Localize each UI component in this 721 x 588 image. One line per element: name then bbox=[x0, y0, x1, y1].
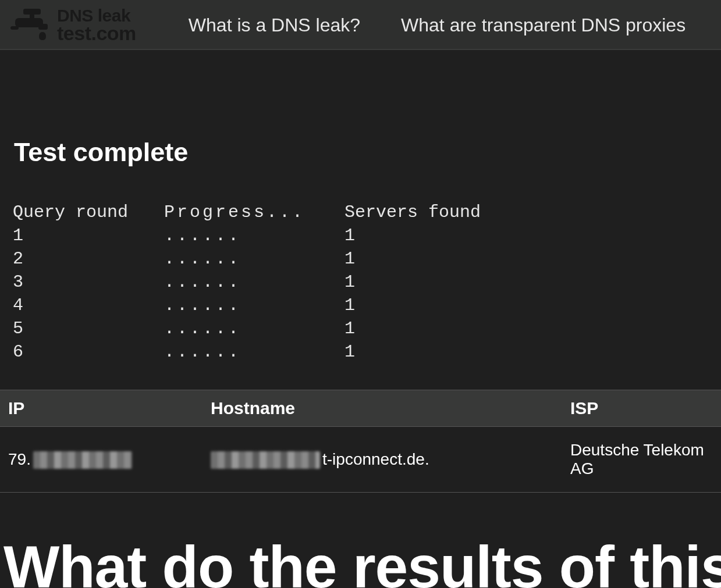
query-row: 1 ...... 1 bbox=[13, 226, 721, 245]
result-isp-cell: Deutsche Telekom AG bbox=[562, 427, 721, 493]
results-explanation-heading: What do the results of this tes bbox=[3, 533, 721, 588]
main-nav: What is a DNS leak? What are transparent… bbox=[189, 15, 686, 36]
query-rounds-table: Query round Progress... Servers found 1 … bbox=[13, 202, 721, 362]
query-progress-value: ...... bbox=[164, 319, 344, 338]
results-header-row: IP Hostname ISP bbox=[0, 390, 721, 427]
col-header-isp: ISP bbox=[562, 390, 721, 427]
query-servers-value: 1 bbox=[344, 249, 496, 269]
query-servers-value: 1 bbox=[344, 319, 496, 338]
query-servers-value: 1 bbox=[344, 295, 496, 315]
query-progress-value: ...... bbox=[164, 226, 344, 245]
query-servers-value: 1 bbox=[344, 272, 496, 292]
query-progress-value: ...... bbox=[164, 272, 344, 292]
query-round-value: 4 bbox=[13, 295, 164, 315]
query-progress-value: ...... bbox=[164, 295, 344, 315]
dns-results-table: IP Hostname ISP 79. t-ipconnect.de. Deut… bbox=[0, 390, 721, 493]
query-progress-value: ...... bbox=[164, 249, 344, 269]
col-header-query-round: Query round bbox=[13, 202, 164, 222]
col-header-ip: IP bbox=[0, 390, 203, 427]
query-round-value: 2 bbox=[13, 249, 164, 269]
query-row: 3 ...... 1 bbox=[13, 272, 721, 292]
query-round-value: 5 bbox=[13, 319, 164, 338]
nav-what-is-dns-leak[interactable]: What is a DNS leak? bbox=[189, 15, 360, 36]
main-content: Test complete Query round Progress... Se… bbox=[0, 137, 721, 588]
query-row: 4 ...... 1 bbox=[13, 295, 721, 315]
svg-rect-4 bbox=[10, 26, 19, 30]
test-complete-heading: Test complete bbox=[14, 137, 721, 168]
logo-text-line2: test.com bbox=[57, 24, 136, 42]
faucet-icon bbox=[10, 9, 51, 41]
result-ip-prefix: 79. bbox=[8, 450, 31, 468]
results-row: 79. t-ipconnect.de. Deutsche Telekom AG bbox=[0, 427, 721, 493]
col-header-hostname: Hostname bbox=[203, 390, 562, 427]
query-round-value: 3 bbox=[13, 272, 164, 292]
query-round-value: 1 bbox=[13, 226, 164, 245]
redacted-hostname-prefix bbox=[211, 451, 320, 469]
result-hostname-suffix: t-ipconnect.de. bbox=[322, 450, 429, 468]
query-progress-value: ...... bbox=[164, 342, 344, 362]
site-header: DNS leak test.com What is a DNS leak? Wh… bbox=[0, 0, 721, 50]
result-ip-cell: 79. bbox=[0, 427, 203, 493]
logo-text: DNS leak test.com bbox=[57, 8, 136, 43]
col-header-progress: Progress... bbox=[164, 202, 344, 222]
query-servers-value: 1 bbox=[344, 342, 496, 362]
query-row: 6 ...... 1 bbox=[13, 342, 721, 362]
query-round-value: 6 bbox=[13, 342, 164, 362]
svg-rect-3 bbox=[38, 24, 48, 30]
site-logo[interactable]: DNS leak test.com bbox=[0, 0, 136, 50]
query-servers-value: 1 bbox=[344, 226, 496, 245]
redacted-ip bbox=[33, 451, 132, 469]
query-row: 5 ...... 1 bbox=[13, 319, 721, 338]
logo-text-line1: DNS leak bbox=[57, 8, 136, 24]
query-rounds-header: Query round Progress... Servers found bbox=[13, 202, 721, 222]
nav-transparent-proxies[interactable]: What are transparent DNS proxies bbox=[401, 15, 686, 36]
col-header-servers-found: Servers found bbox=[344, 202, 496, 222]
result-hostname-cell: t-ipconnect.de. bbox=[203, 427, 562, 493]
query-row: 2 ...... 1 bbox=[13, 249, 721, 269]
